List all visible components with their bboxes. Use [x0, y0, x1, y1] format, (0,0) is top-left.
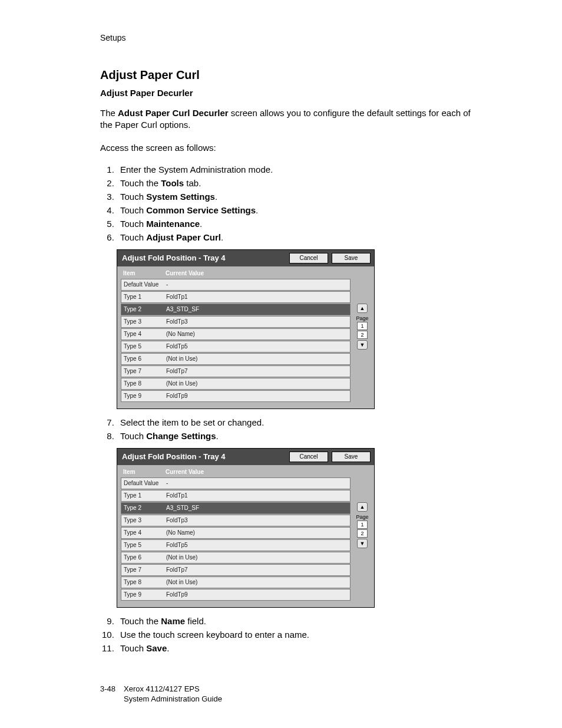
list-row-selected[interactable]: Type 2A3_STD_SF — [121, 502, 351, 514]
cell-value: - — [166, 281, 168, 288]
page-down-button[interactable]: ▼ — [357, 340, 368, 350]
step-8-post: . — [216, 431, 219, 441]
pager: ▲ Page 1 2 ▼ — [354, 279, 371, 403]
step-11: Touch Save. — [117, 643, 477, 653]
list-row[interactable]: Type 5FoldTp5 — [121, 341, 351, 353]
page-down-button[interactable]: ▼ — [357, 539, 368, 548]
page-up-button[interactable]: ▲ — [357, 502, 368, 512]
list-row[interactable]: Type 8(Not in Use) — [121, 378, 351, 390]
page-number-1[interactable]: 1 — [357, 521, 368, 529]
list-row[interactable]: Type 7FoldTp7 — [121, 365, 351, 377]
cell-item: Type 3 — [124, 517, 166, 523]
cell-item: Type 2 — [124, 306, 166, 312]
list-row[interactable]: Default Value- — [121, 279, 351, 291]
page-number-2[interactable]: 2 — [357, 529, 368, 538]
cell-value: A3_STD_SF — [166, 306, 199, 312]
cell-value: (Not in Use) — [166, 355, 197, 362]
step-6-post: . — [221, 232, 223, 242]
page-number-2[interactable]: 2 — [357, 331, 368, 339]
step-5: Touch Maintenance. — [117, 219, 477, 229]
cell-value: - — [166, 480, 168, 486]
cancel-button[interactable]: Cancel — [289, 452, 328, 462]
cell-value: FoldTp5 — [166, 343, 188, 350]
cell-value: FoldTp9 — [166, 393, 188, 399]
step-4-pre: Touch — [120, 205, 146, 215]
save-button[interactable]: Save — [332, 253, 371, 263]
step-3-bold: System Settings — [146, 192, 215, 202]
cell-item: Type 5 — [124, 542, 166, 548]
page-number-1[interactable]: 1 — [357, 322, 368, 330]
footer-line-2: System Administration Guide — [124, 694, 222, 704]
list-row[interactable]: Type 5FoldTp5 — [121, 539, 351, 551]
pager: ▲ Page 1 2 ▼ — [354, 477, 371, 601]
step-9-bold: Name — [161, 616, 185, 626]
list-row[interactable]: Type 9FoldTp9 — [121, 390, 351, 402]
list-row[interactable]: Type 8(Not in Use) — [121, 577, 351, 588]
col-header-item: Item — [123, 469, 166, 475]
cell-value: FoldTp7 — [166, 368, 188, 374]
subheading-adjust-paper-decurler: Adjust Paper Decurler — [100, 88, 477, 98]
step-2: Touch the Tools tab. — [117, 178, 477, 188]
cell-item: Type 7 — [124, 368, 166, 374]
step-11-bold: Save — [146, 643, 167, 653]
steps-list-2: Select the item to be set or changed. To… — [100, 417, 477, 441]
panel-titlebar: Adjust Fold Position - Tray 4 Cancel Sav… — [117, 250, 374, 266]
footer-line-1: Xerox 4112/4127 EPS — [124, 684, 222, 694]
list-row[interactable]: Type 3FoldTp3 — [121, 515, 351, 526]
step-6-pre: Touch — [120, 232, 146, 242]
cell-value: (Not in Use) — [166, 554, 197, 561]
page-label: Page — [356, 514, 368, 520]
col-header-value: Current Value — [166, 469, 204, 475]
panel-title: Adjust Fold Position - Tray 4 — [122, 452, 286, 461]
intro-pre: The — [100, 108, 118, 118]
step-2-pre: Touch the — [120, 178, 161, 188]
heading-adjust-paper-curl: Adjust Paper Curl — [100, 68, 477, 82]
list-row[interactable]: Type 9FoldTp9 — [121, 589, 351, 601]
step-11-post: . — [167, 643, 169, 653]
cell-item: Type 2 — [124, 505, 166, 511]
save-button[interactable]: Save — [332, 452, 371, 462]
step-9-post: field. — [185, 616, 206, 626]
list-row[interactable]: Default Value- — [121, 477, 351, 489]
panel-column-headers: Item Current Value — [117, 266, 374, 279]
cell-value: FoldTp9 — [166, 591, 188, 598]
page-number: 3-48 — [100, 684, 115, 704]
step-9-pre: Touch the — [120, 616, 161, 626]
cancel-button[interactable]: Cancel — [289, 253, 328, 263]
list-row-selected[interactable]: Type 2A3_STD_SF — [121, 304, 351, 315]
list-row[interactable]: Type 6(Not in Use) — [121, 353, 351, 365]
step-2-bold: Tools — [161, 178, 184, 188]
list-row[interactable]: Type 4(No Name) — [121, 328, 351, 340]
list-row[interactable]: Type 3FoldTp3 — [121, 316, 351, 328]
step-3-post: . — [215, 192, 217, 202]
cell-value: FoldTp3 — [166, 517, 188, 523]
list-row[interactable]: Type 7FoldTp7 — [121, 564, 351, 576]
page-up-button[interactable]: ▲ — [357, 304, 368, 313]
step-3: Touch System Settings. — [117, 192, 477, 202]
panel-title: Adjust Fold Position - Tray 4 — [122, 253, 286, 262]
cell-item: Type 9 — [124, 393, 166, 399]
step-8: Touch Change Settings. — [117, 431, 477, 441]
cell-item: Default Value — [124, 281, 166, 288]
list-row[interactable]: Type 1FoldTp1 — [121, 490, 351, 502]
cell-item: Type 5 — [124, 343, 166, 350]
cell-item: Type 8 — [124, 380, 166, 387]
col-header-value: Current Value — [166, 270, 204, 276]
step-4: Touch Common Service Settings. — [117, 205, 477, 215]
list-row[interactable]: Type 1FoldTp1 — [121, 291, 351, 303]
step-11-pre: Touch — [120, 643, 146, 653]
step-4-bold: Common Service Settings — [146, 205, 256, 215]
intro-paragraph: The Adust Paper Curl Decurler screen all… — [100, 107, 477, 131]
list-row[interactable]: Type 4(No Name) — [121, 527, 351, 539]
adjust-fold-panel-1: Adjust Fold Position - Tray 4 Cancel Sav… — [117, 249, 375, 409]
cell-value: (Not in Use) — [166, 380, 197, 387]
step-8-bold: Change Settings — [146, 431, 216, 441]
cell-item: Type 1 — [124, 294, 166, 300]
step-5-pre: Touch — [120, 219, 146, 229]
cell-item: Type 7 — [124, 566, 166, 573]
step-6-bold: Adjust Paper Curl — [146, 232, 221, 242]
list-row[interactable]: Type 6(Not in Use) — [121, 552, 351, 564]
cell-value: FoldTp7 — [166, 566, 188, 573]
cell-value: FoldTp3 — [166, 318, 188, 325]
step-5-post: . — [200, 219, 202, 229]
